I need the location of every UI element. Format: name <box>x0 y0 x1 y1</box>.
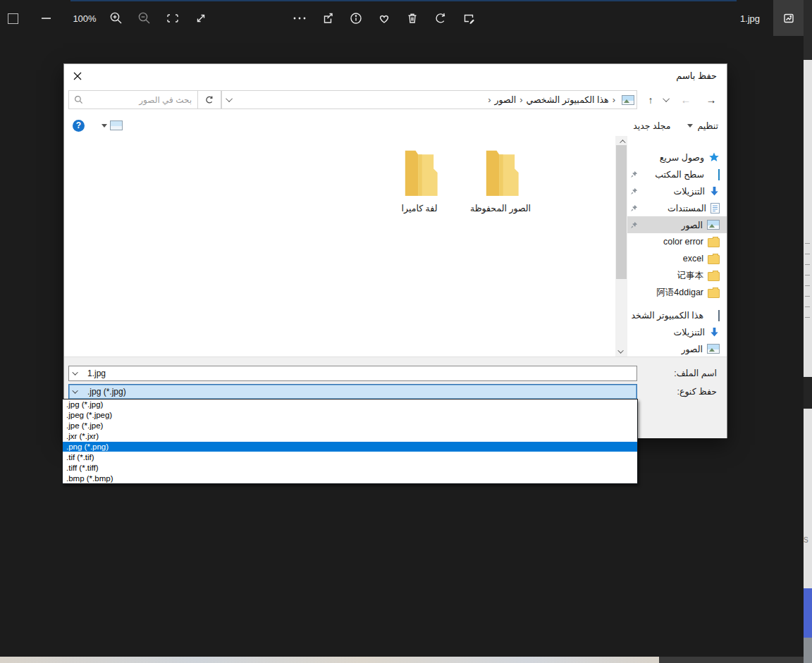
breadcrumb-pictures[interactable]: الصور <box>495 94 517 105</box>
documents-icon <box>710 203 720 213</box>
zoom-out-button[interactable] <box>135 7 154 30</box>
quick-access-star-icon <box>708 151 720 163</box>
dialog-title: حفظ باسم <box>676 70 717 81</box>
window-minimize-icon <box>42 18 51 19</box>
fit-to-window-icon <box>165 11 180 26</box>
help-icon: ? <box>73 120 85 132</box>
search-input[interactable]: بحث في الصور <box>68 90 198 109</box>
address-bar[interactable]: ‹ هذا الكمبيوتر الشخصي ‹ الصور ‹ <box>221 90 637 109</box>
folder-icon <box>396 145 443 200</box>
chevron-down-icon[interactable] <box>69 371 83 376</box>
sidebar-item-this-pc[interactable]: هذا الكمبيوتر الشخد <box>627 306 727 323</box>
background-window-sliver <box>804 0 812 60</box>
window-minimize-button[interactable] <box>39 7 53 30</box>
address-dropdown-button[interactable] <box>222 97 238 102</box>
refresh-button[interactable] <box>198 90 221 109</box>
share-button[interactable] <box>318 7 338 30</box>
sidebar-item-pictures-pc[interactable]: الصور <box>627 340 727 357</box>
background-window-sliver <box>805 285 810 286</box>
filename-combobox[interactable]: 1.jpg <box>68 366 637 381</box>
background-window-sliver <box>805 243 810 244</box>
navigation-bar: → ← ↑ ‹ هذا الكمبيوتر الشخصي ‹ الصور <box>64 90 727 109</box>
pin-icon <box>630 187 638 195</box>
fit-to-window-button[interactable] <box>164 7 182 30</box>
back-arrow-icon: → <box>706 94 717 106</box>
breadcrumb-this-pc[interactable]: هذا الكمبيوتر الشخصي <box>527 94 609 105</box>
info-icon <box>348 11 364 26</box>
sidebar-item-label: التنزيلات <box>674 327 705 337</box>
folder-label: الصور المحفوظة <box>461 203 540 213</box>
info-button[interactable] <box>346 7 366 30</box>
filetype-option-png[interactable]: .png (*.png) <box>63 442 637 452</box>
scrollbar-thumb[interactable] <box>616 145 627 279</box>
new-folder-label: مجلد جديد <box>633 120 670 131</box>
sidebar-item-documents[interactable]: المستندات <box>627 199 727 216</box>
delete-button[interactable] <box>402 7 422 30</box>
filetype-option-jpg[interactable]: .jpg (*.jpg) <box>63 399 637 410</box>
thumbnail-toggle-button[interactable] <box>773 0 804 36</box>
sidebar-item-label: وصول سريع <box>660 152 704 163</box>
new-folder-button[interactable]: مجلد جديد <box>625 115 679 136</box>
nav-forward-button[interactable]: ← <box>676 90 696 109</box>
filetype-option-jpeg[interactable]: .jpeg (*.jpeg) <box>63 410 637 421</box>
background-window-sliver <box>805 296 810 297</box>
filetype-option-bmp[interactable]: .bmp (*.bmp) <box>63 473 637 483</box>
folder-tile-camera-roll[interactable]: لفة كاميرا <box>380 145 459 213</box>
sidebar-item-arabic-folder[interactable]: 阿语4ddigar <box>627 284 727 301</box>
fullscreen-button[interactable] <box>192 7 210 30</box>
sidebar-item-pictures[interactable]: الصور <box>627 216 727 233</box>
folder-icon <box>708 289 720 298</box>
filetype-combobox[interactable]: .jpg (*.jpg) <box>68 384 637 399</box>
sidebar-item-downloads-pc[interactable]: التنزيلات <box>627 323 727 340</box>
favorite-button[interactable] <box>374 7 394 30</box>
sidebar-item-color-error[interactable]: color error <box>627 233 727 250</box>
pictures-icon <box>707 220 720 230</box>
folder-icon <box>708 255 720 264</box>
caret-down-icon <box>102 124 107 128</box>
heart-icon <box>376 11 392 26</box>
pictures-icon <box>707 344 720 354</box>
filetype-option-jxr[interactable]: .jxr (*.jxr) <box>63 431 637 442</box>
refresh-icon <box>204 95 214 105</box>
sidebar-item-desktop[interactable]: سطح المكتب <box>627 166 727 182</box>
zoom-in-button[interactable] <box>107 7 125 30</box>
sidebar-item-quick-access[interactable]: وصول سريع <box>627 149 727 166</box>
sidebar-item-excel[interactable]: excel <box>627 250 727 267</box>
sidebar-item-label: التنزيلات <box>674 186 705 197</box>
sidebar-item-notepad[interactable]: 记事本 <box>627 267 727 284</box>
nav-back-button[interactable]: → <box>701 90 722 109</box>
see-more-icon <box>291 11 308 26</box>
help-button[interactable]: ? <box>64 115 93 136</box>
folder-tile-saved-pictures[interactable]: الصور المحفوظة <box>461 145 540 213</box>
rotate-button[interactable] <box>431 7 450 30</box>
scrollbar-down-icon[interactable] <box>615 346 627 357</box>
filename-label: اسم الملف: <box>644 368 717 378</box>
filetype-option-tif[interactable]: .tif (*.tif) <box>63 452 637 462</box>
folder-label: لفة كاميرا <box>380 203 459 213</box>
sidebar-item-downloads[interactable]: التنزيلات <box>627 182 727 199</box>
sidebar-item-label: الصور <box>681 220 703 230</box>
nav-recent-dropdown[interactable] <box>660 90 673 109</box>
dialog-close-button[interactable] <box>70 69 85 83</box>
save-as-dialog: حفظ باسم → ← ↑ ‹ <box>63 63 727 438</box>
views-button[interactable] <box>93 115 131 136</box>
organize-button[interactable]: تنظيم <box>679 115 727 136</box>
sidebar-scrollbar[interactable] <box>615 136 627 357</box>
nav-up-button[interactable]: ↑ <box>642 90 659 109</box>
photos-app-window: 100% 1.jpg حفظ باسم <box>0 0 812 663</box>
sidebar-item-label: excel <box>683 254 703 264</box>
see-more-button[interactable] <box>290 7 309 30</box>
crumb-separator: ‹ <box>486 94 492 105</box>
edit-image-icon <box>461 11 476 26</box>
chevron-down-icon[interactable] <box>69 390 83 394</box>
window-restore-button[interactable] <box>6 7 20 30</box>
background-window-sliver <box>804 60 812 377</box>
edit-image-button[interactable] <box>459 7 479 30</box>
sidebar-item-label: color error <box>663 237 703 247</box>
folder-icon <box>708 238 720 247</box>
background-window-sliver <box>804 377 812 409</box>
filetype-option-tiff[interactable]: .tiff (*.tiff) <box>63 462 637 473</box>
chevron-down-icon <box>663 95 670 102</box>
sidebar-item-label: هذا الكمبيوتر الشخد <box>632 310 703 321</box>
filetype-option-jpe[interactable]: .jpe (*.jpe) <box>63 421 637 431</box>
